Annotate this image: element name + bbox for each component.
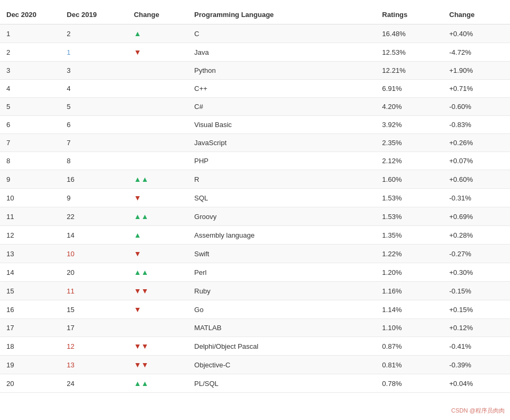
cell-dec2019: 5 xyxy=(61,98,128,116)
change-arrow-icon: ▼▼ xyxy=(134,287,149,295)
table-row: 21▼Java12.53%-4.72% xyxy=(0,43,510,62)
cell-change-pct: +0.40% xyxy=(443,24,510,43)
cell-ratings: 1.22% xyxy=(376,245,443,263)
cell-dec2019: 9 xyxy=(61,189,128,207)
table-row: 916▲▲R1.60%+0.60% xyxy=(0,170,510,189)
cell-change-arrow: ▲▲ xyxy=(128,263,188,282)
cell-language: Go xyxy=(188,300,375,319)
header-language: Programming Language xyxy=(188,5,375,24)
cell-dec2020: 2 xyxy=(0,43,61,62)
cell-change-arrow: ▼ xyxy=(128,245,188,263)
cell-ratings: 1.53% xyxy=(376,189,443,207)
cell-dec2020: 19 xyxy=(0,356,61,374)
prev-rank-red: 10 xyxy=(67,250,74,258)
cell-ratings: 1.20% xyxy=(376,263,443,282)
cell-change-pct: +0.12% xyxy=(443,319,510,337)
change-arrow-icon: ▼ xyxy=(134,48,141,56)
change-arrow-icon: ▼▼ xyxy=(134,360,149,369)
table-row: 1717MATLAB1.10%+0.12% xyxy=(0,319,510,337)
cell-ratings: 3.92% xyxy=(376,116,443,134)
cell-change-pct: +0.26% xyxy=(443,134,510,152)
cell-language: C++ xyxy=(188,80,375,98)
cell-change-pct: -0.83% xyxy=(443,116,510,134)
cell-dec2020: 4 xyxy=(0,80,61,98)
cell-language: Swift xyxy=(188,245,375,263)
table-row: 77JavaScript2.35%+0.26% xyxy=(0,134,510,152)
cell-dec2019: 24 xyxy=(61,374,128,393)
cell-language: Python xyxy=(188,62,375,80)
cell-change-arrow: ▼ xyxy=(128,43,188,62)
cell-dec2019: 4 xyxy=(61,80,128,98)
cell-change-arrow xyxy=(128,134,188,152)
cell-change-arrow xyxy=(128,116,188,134)
change-arrow-icon: ▲ xyxy=(134,231,141,239)
cell-ratings: 12.21% xyxy=(376,62,443,80)
cell-ratings: 12.53% xyxy=(376,43,443,62)
cell-dec2020: 11 xyxy=(0,207,61,226)
cell-change-pct: -0.41% xyxy=(443,337,510,356)
cell-ratings: 6.91% xyxy=(376,80,443,98)
change-arrow-icon: ▼ xyxy=(134,194,141,202)
prev-rank-red: 11 xyxy=(67,287,74,295)
cell-language: SQL xyxy=(188,189,375,207)
table-row: 109▼SQL1.53%-0.31% xyxy=(0,189,510,207)
cell-language: Delphi/Object Pascal xyxy=(188,337,375,356)
cell-change-pct: +0.69% xyxy=(443,207,510,226)
cell-ratings: 0.78% xyxy=(376,374,443,393)
cell-change-pct: +0.07% xyxy=(443,152,510,170)
prev-rank-red: 13 xyxy=(67,361,74,369)
cell-dec2020: 13 xyxy=(0,245,61,263)
table-row: 1812▼▼Delphi/Object Pascal0.87%-0.41% xyxy=(0,337,510,356)
cell-dec2020: 12 xyxy=(0,226,61,245)
table-row: 33Python12.21%+1.90% xyxy=(0,62,510,80)
cell-dec2020: 16 xyxy=(0,300,61,319)
cell-language: PHP xyxy=(188,152,375,170)
cell-dec2019: 1 xyxy=(61,43,128,62)
cell-dec2020: 8 xyxy=(0,152,61,170)
cell-change-arrow xyxy=(128,152,188,170)
cell-change-pct: -0.39% xyxy=(443,356,510,374)
cell-ratings: 1.53% xyxy=(376,207,443,226)
cell-ratings: 1.35% xyxy=(376,226,443,245)
cell-change-pct: -0.27% xyxy=(443,245,510,263)
cell-language: Visual Basic xyxy=(188,116,375,134)
cell-dec2019: 2 xyxy=(61,24,128,43)
cell-language: Groovy xyxy=(188,207,375,226)
cell-change-pct: -0.15% xyxy=(443,282,510,300)
cell-dec2019: 7 xyxy=(61,134,128,152)
header-ratings: Ratings xyxy=(376,5,443,24)
cell-language: Objective-C xyxy=(188,356,375,374)
cell-ratings: 16.48% xyxy=(376,24,443,43)
table-container: Dec 2020 Dec 2019 Change Programming Lan… xyxy=(0,0,510,398)
cell-ratings: 1.16% xyxy=(376,282,443,300)
table-row: 1615▼Go1.14%+0.15% xyxy=(0,300,510,319)
prev-rank-red: 12 xyxy=(67,342,74,350)
cell-change-arrow: ▼ xyxy=(128,189,188,207)
header-dec2020: Dec 2020 xyxy=(0,5,61,24)
cell-dec2020: 17 xyxy=(0,319,61,337)
cell-change-arrow: ▼▼ xyxy=(128,356,188,374)
cell-ratings: 4.20% xyxy=(376,98,443,116)
cell-language: C# xyxy=(188,98,375,116)
change-arrow-icon: ▲▲ xyxy=(134,268,149,276)
cell-language: Assembly language xyxy=(188,226,375,245)
table-row: 1310▼Swift1.22%-0.27% xyxy=(0,245,510,263)
cell-ratings: 2.35% xyxy=(376,134,443,152)
cell-language: C xyxy=(188,24,375,43)
cell-dec2020: 7 xyxy=(0,134,61,152)
cell-change-arrow: ▲ xyxy=(128,24,188,43)
cell-change-pct: -0.60% xyxy=(443,98,510,116)
cell-dec2020: 3 xyxy=(0,62,61,80)
cell-dec2019: 16 xyxy=(61,170,128,189)
cell-language: JavaScript xyxy=(188,134,375,152)
cell-ratings: 1.60% xyxy=(376,170,443,189)
change-arrow-icon: ▲▲ xyxy=(134,175,149,183)
change-arrow-icon: ▼ xyxy=(134,249,141,258)
cell-change-arrow: ▲▲ xyxy=(128,207,188,226)
prev-rank-blue: 1 xyxy=(67,48,71,56)
cell-dec2020: 1 xyxy=(0,24,61,43)
rankings-table: Dec 2020 Dec 2019 Change Programming Lan… xyxy=(0,5,510,393)
cell-change-arrow: ▲ xyxy=(128,226,188,245)
cell-dec2019: 10 xyxy=(61,245,128,263)
cell-dec2020: 9 xyxy=(0,170,61,189)
